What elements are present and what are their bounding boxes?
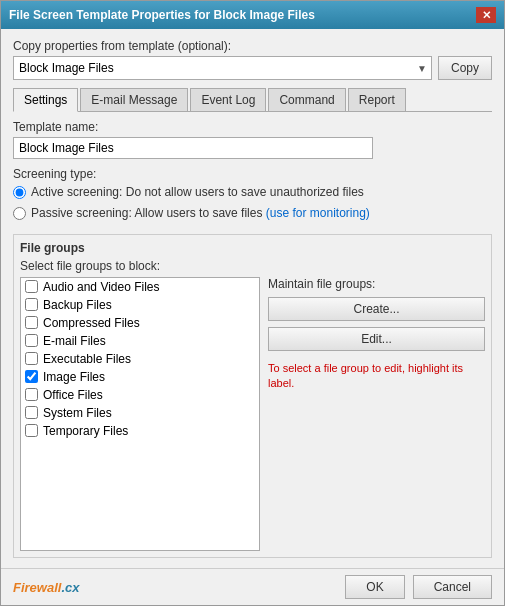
temp-checkbox[interactable] [25, 424, 38, 437]
screening-type-section: Screening type: Active screening: Do not… [13, 167, 492, 226]
tab-event-log[interactable]: Event Log [190, 88, 266, 111]
copy-section: Copy properties from template (optional)… [13, 39, 492, 80]
image-label: Image Files [43, 370, 105, 384]
file-list: Audio and Video Files Backup Files Compr… [21, 278, 259, 440]
passive-screening-option: Passive screening: Allow users to save f… [13, 205, 492, 222]
backup-label: Backup Files [43, 298, 112, 312]
cancel-button[interactable]: Cancel [413, 575, 492, 599]
main-window: File Screen Template Properties for Bloc… [0, 0, 505, 606]
list-item: Compressed Files [21, 314, 259, 332]
office-checkbox[interactable] [25, 388, 38, 401]
backup-checkbox[interactable] [25, 298, 38, 311]
file-groups-section: File groups Select file groups to block:… [13, 234, 492, 558]
email-checkbox[interactable] [25, 334, 38, 347]
office-label: Office Files [43, 388, 103, 402]
list-item: Temporary Files [21, 422, 259, 440]
brand-highlight: Firewall [13, 580, 61, 595]
copy-row: Block Image Files ▼ Copy [13, 56, 492, 80]
footer: Firewall.cx OK Cancel [1, 568, 504, 605]
list-item: Audio and Video Files [21, 278, 259, 296]
tab-report[interactable]: Report [348, 88, 406, 111]
audio-video-checkbox[interactable] [25, 280, 38, 293]
file-groups-label: Select file groups to block: [20, 259, 485, 273]
close-button[interactable]: ✕ [476, 7, 496, 23]
edit-button[interactable]: Edit... [268, 327, 485, 351]
compressed-label: Compressed Files [43, 316, 140, 330]
executable-checkbox[interactable] [25, 352, 38, 365]
active-screening-radio[interactable] [13, 186, 26, 199]
template-combobox[interactable]: Block Image Files ▼ [13, 56, 432, 80]
tab-settings[interactable]: Settings [13, 88, 78, 112]
maintain-hint: To select a file group to edit, highligh… [268, 361, 485, 392]
list-item: Image Files [21, 368, 259, 386]
window-title: File Screen Template Properties for Bloc… [9, 8, 315, 22]
title-bar: File Screen Template Properties for Bloc… [1, 1, 504, 29]
audio-video-label: Audio and Video Files [43, 280, 160, 294]
system-checkbox[interactable] [25, 406, 38, 419]
passive-screening-radio[interactable] [13, 207, 26, 220]
active-screening-option: Active screening: Do not allow users to … [13, 184, 492, 201]
system-label: System Files [43, 406, 112, 420]
list-item: Backup Files [21, 296, 259, 314]
passive-hint: (use for monitoring) [266, 206, 370, 220]
temp-label: Temporary Files [43, 424, 128, 438]
tabs-bar: Settings E-mail Message Event Log Comman… [13, 88, 492, 112]
compressed-checkbox[interactable] [25, 316, 38, 329]
tab-command[interactable]: Command [268, 88, 345, 111]
image-checkbox[interactable] [25, 370, 38, 383]
list-item: System Files [21, 404, 259, 422]
create-button[interactable]: Create... [268, 297, 485, 321]
list-item: Executable Files [21, 350, 259, 368]
template-name-section: Template name: [13, 120, 492, 159]
ok-button[interactable]: OK [345, 575, 404, 599]
email-label: E-mail Files [43, 334, 106, 348]
list-item: E-mail Files [21, 332, 259, 350]
template-select[interactable]: Block Image Files [19, 61, 426, 75]
content-area: Copy properties from template (optional)… [1, 29, 504, 568]
template-name-input[interactable] [13, 137, 373, 159]
active-screening-label: Active screening: Do not allow users to … [31, 184, 364, 201]
file-groups-row: Audio and Video Files Backup Files Compr… [20, 277, 485, 551]
executable-label: Executable Files [43, 352, 131, 366]
copy-button[interactable]: Copy [438, 56, 492, 80]
copy-label: Copy properties from template (optional)… [13, 39, 492, 53]
footer-buttons: OK Cancel [345, 575, 492, 599]
screening-type-label: Screening type: [13, 167, 492, 181]
brand-logo: Firewall.cx [13, 580, 80, 595]
maintain-label: Maintain file groups: [268, 277, 485, 291]
tab-email-message[interactable]: E-mail Message [80, 88, 188, 111]
passive-screening-label: Passive screening: Allow users to save f… [31, 205, 370, 222]
maintain-section: Maintain file groups: Create... Edit... … [268, 277, 485, 551]
file-list-container[interactable]: Audio and Video Files Backup Files Compr… [20, 277, 260, 551]
template-name-label: Template name: [13, 120, 492, 134]
list-item: Office Files [21, 386, 259, 404]
file-groups-title: File groups [20, 241, 485, 255]
